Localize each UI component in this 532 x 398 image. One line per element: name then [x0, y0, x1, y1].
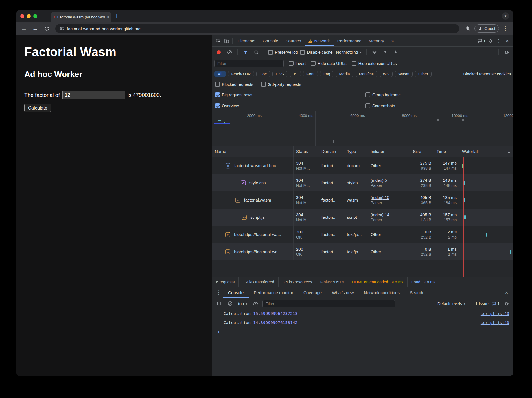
search-icon[interactable] [252, 48, 260, 56]
initiator-link[interactable]: (index):14 [371, 212, 408, 217]
tab-close-icon[interactable]: × [107, 15, 109, 19]
devtools-settings-icon[interactable] [486, 37, 494, 45]
column-name[interactable]: Name [212, 146, 294, 157]
messages-badge-button[interactable]: 1 [477, 37, 486, 45]
import-har-icon[interactable] [381, 48, 389, 56]
filter-chip-other[interactable]: Other [415, 71, 432, 77]
big-request-rows-checkbox[interactable]: Big request rows [215, 92, 365, 97]
invert-checkbox[interactable]: Invert [289, 61, 306, 66]
back-button[interactable]: ← [19, 24, 29, 33]
log-levels-select[interactable]: Default levels ▾ [436, 301, 467, 306]
drawer-tab-network-conditions[interactable]: Network conditions [359, 287, 405, 298]
tab-performance[interactable]: Performance [334, 35, 365, 46]
blocked-response-cookies-checkbox[interactable]: Blocked response cookies [457, 72, 511, 76]
filter-chip-font[interactable]: Font [303, 71, 318, 77]
console-source-link[interactable]: script.js:40 [481, 311, 509, 316]
table-row-document[interactable]: factorial-wasm-ad-hoc-... 304Not M... fa… [212, 157, 513, 174]
clear-network-log-button[interactable] [225, 48, 234, 56]
column-status[interactable]: Status [294, 146, 319, 157]
throttling-select[interactable]: No throttling ▾ [335, 50, 362, 54]
tab-elements[interactable]: Elements [234, 35, 259, 46]
drawer-tab-search[interactable]: Search [405, 287, 428, 298]
preserve-log-checkbox[interactable]: Preserve log [268, 50, 298, 55]
table-row-script[interactable]: <> script.js 304Not M... factori... scri… [212, 209, 513, 226]
zoom-window-button[interactable] [33, 14, 37, 18]
console-source-link[interactable]: script.js:40 [481, 320, 509, 325]
tab-sources[interactable]: Sources [282, 35, 305, 46]
devtools-menu-icon[interactable]: ⋮ [494, 37, 503, 45]
guest-profile-button[interactable]: Guest [474, 24, 499, 33]
tab-console[interactable]: Console [259, 35, 282, 46]
console-sidebar-icon[interactable] [214, 299, 223, 308]
filter-chip-manifest[interactable]: Manifest [356, 71, 377, 77]
blocked-requests-checkbox[interactable]: Blocked requests [215, 82, 253, 87]
new-tab-button[interactable]: + [115, 13, 119, 19]
filter-chip-img[interactable]: Img [320, 71, 333, 77]
initiator-link[interactable]: (index):5 [371, 178, 408, 183]
factorial-input[interactable] [62, 91, 125, 99]
console-filter-input[interactable] [262, 300, 395, 307]
column-initiator[interactable]: Initiator [368, 146, 410, 157]
drawer-tab-console[interactable]: Console [223, 287, 249, 298]
drawer-menu-icon[interactable]: ⋮ [214, 288, 223, 297]
filter-chip-ws[interactable]: WS [380, 71, 393, 77]
issues-button[interactable]: 1 Issue: 1 [475, 301, 500, 306]
record-button[interactable] [214, 48, 223, 56]
drawer-close-icon[interactable]: × [502, 288, 511, 297]
console-prompt[interactable]: › [212, 327, 513, 336]
browser-menu-button[interactable]: ⋮ [501, 24, 510, 33]
filter-chip-media[interactable]: Media [336, 71, 353, 77]
third-party-requests-checkbox[interactable]: 3rd-party requests [261, 82, 301, 87]
network-overview-timeline[interactable]: 2000 ms 4000 ms 6000 ms 8000 ms 10000 ms… [212, 111, 513, 146]
filter-chip-js[interactable]: JS [290, 71, 301, 77]
table-row-wasm[interactable]: WA factorial.wasm 304Not M... factori...… [212, 191, 513, 209]
export-har-icon[interactable] [392, 48, 400, 56]
network-filter-input[interactable] [214, 60, 284, 67]
screenshots-checkbox[interactable]: Screenshots [365, 103, 510, 108]
tab-memory[interactable]: Memory [365, 35, 388, 46]
devtools-close-icon[interactable]: × [503, 37, 511, 45]
drawer-tab-performance-monitor[interactable]: Performance monitor [249, 287, 298, 298]
clear-console-icon[interactable] [226, 299, 234, 308]
group-by-frame-checkbox[interactable]: Group by frame [365, 92, 510, 97]
column-time[interactable]: Time [434, 146, 459, 157]
overview-checkbox[interactable]: Overview [215, 103, 365, 108]
column-waterfall[interactable]: Waterfall ▲ [459, 146, 513, 157]
close-window-button[interactable] [20, 14, 24, 18]
column-domain[interactable]: Domain [319, 146, 344, 157]
filter-chip-all[interactable]: All [214, 71, 226, 77]
filter-chip-fetch-xhr[interactable]: Fetch/XHR [228, 71, 254, 77]
device-toolbar-icon[interactable] [222, 37, 231, 45]
drawer-tab-whats-new[interactable]: What's new [327, 287, 359, 298]
filter-chip-wasm[interactable]: Wasm [395, 71, 413, 77]
url-bar[interactable]: factorial-wasm-ad-hoc-worker.glitch.me [55, 24, 459, 33]
browser-tab[interactable]: ! Factorial Wasm (ad hoc Work × [51, 12, 111, 22]
zoom-icon[interactable] [463, 24, 473, 33]
table-row-blob[interactable]: <> blob:https://factorial-wa... 200OK fa… [212, 226, 513, 243]
drawer-tab-coverage[interactable]: Coverage [298, 287, 327, 298]
live-expression-eye-icon[interactable] [251, 299, 260, 308]
tab-network[interactable]: Network [305, 35, 334, 46]
minimize-window-button[interactable] [27, 14, 31, 18]
filter-chip-css[interactable]: CSS [272, 71, 287, 77]
more-tabs-button[interactable]: » [388, 35, 398, 46]
column-size[interactable]: Size [410, 146, 434, 157]
tab-search-button[interactable]: ▾ [502, 12, 509, 20]
reload-button[interactable] [42, 24, 51, 33]
filter-icon[interactable] [241, 48, 250, 56]
table-row-blob[interactable]: <> blob:https://factorial-wa... 200OK fa… [212, 243, 513, 260]
network-settings-icon[interactable] [502, 48, 511, 56]
console-settings-icon[interactable] [502, 299, 511, 308]
hide-extension-urls-checkbox[interactable]: Hide extension URLs [352, 61, 397, 66]
site-settings-icon[interactable] [59, 26, 64, 31]
network-conditions-icon[interactable] [370, 48, 379, 56]
javascript-context-select[interactable]: top ▾ [237, 301, 248, 306]
column-type[interactable]: Type [344, 146, 368, 157]
inspect-element-icon[interactable] [214, 37, 222, 45]
table-row-stylesheet[interactable]: style.css 304Not M... factori... styles.… [212, 174, 513, 191]
calculate-button[interactable]: Calculate [24, 104, 51, 112]
forward-button[interactable]: → [30, 24, 40, 33]
initiator-link[interactable]: (index):10 [371, 195, 408, 200]
disable-cache-checkbox[interactable]: Disable cache [300, 50, 332, 55]
filter-chip-doc[interactable]: Doc [256, 71, 270, 77]
